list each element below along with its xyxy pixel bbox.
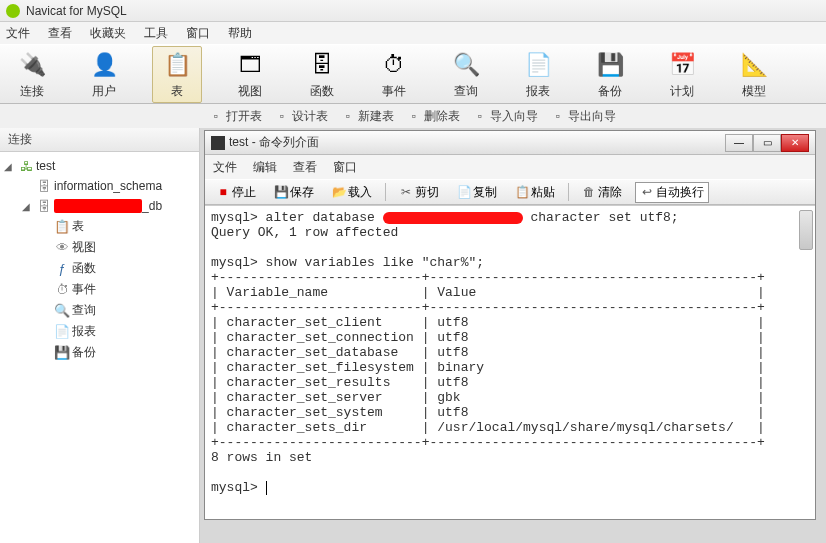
toolbar-label: 连接 [20, 83, 44, 100]
console-toolbar-item[interactable]: 📋粘贴 [510, 182, 560, 203]
toolbar-item[interactable]: 🗄函数 [298, 49, 346, 100]
toolbar-item[interactable]: ⏱事件 [370, 49, 418, 100]
minimize-button[interactable]: — [725, 134, 753, 152]
console-tb-icon: ↩ [640, 185, 654, 199]
用户-icon: 👤 [88, 49, 120, 81]
表-icon: 📋 [161, 49, 193, 81]
tree-icon: 🔍 [54, 303, 70, 319]
toolbar-item[interactable]: 📄报表 [514, 49, 562, 100]
toolbar-item[interactable]: 📅计划 [658, 49, 706, 100]
事件-icon: ⏱ [378, 49, 410, 81]
模型-icon: 📐 [738, 49, 770, 81]
tree-item[interactable]: 👁视图 [0, 237, 199, 258]
tree-icon: 📋 [54, 219, 70, 235]
toolbar-item[interactable]: 🔍查询 [442, 49, 490, 100]
separator [385, 183, 386, 201]
tree-item[interactable]: 📋表 [0, 216, 199, 237]
tree-label: 函数 [72, 260, 96, 277]
toolbar-label: 报表 [526, 83, 550, 100]
tree-item[interactable]: ƒ函数 [0, 258, 199, 279]
menu-item[interactable]: 查看 [48, 25, 72, 42]
tree-label: 表 [72, 218, 84, 235]
maximize-button[interactable]: ▭ [753, 134, 781, 152]
console-menu-item[interactable]: 查看 [293, 159, 317, 176]
toolbar-item[interactable]: 🗔视图 [226, 49, 274, 100]
console-menu-item[interactable]: 文件 [213, 159, 237, 176]
toolbar-label: 模型 [742, 83, 766, 100]
tree-item[interactable]: ⏱事件 [0, 279, 199, 300]
tree-item[interactable]: 💾备份 [0, 342, 199, 363]
menu-item[interactable]: 文件 [6, 25, 30, 42]
console-output[interactable]: mysql> alter database character set utf8… [205, 205, 815, 519]
redacted-text [383, 212, 523, 224]
console-tb-icon: 🗑 [582, 185, 596, 199]
sub-toolbar-label: 新建表 [358, 108, 394, 125]
toolbar-label: 备份 [598, 83, 622, 100]
menu-item[interactable]: 帮助 [228, 25, 252, 42]
sub-toolbar-icon: ▫ [406, 108, 422, 124]
toolbar-item[interactable]: 👤用户 [80, 49, 128, 100]
函数-icon: 🗄 [306, 49, 338, 81]
tree-icon: 👁 [54, 240, 70, 256]
tree-item[interactable]: 🔍查询 [0, 300, 199, 321]
sub-toolbar-item[interactable]: ▫删除表 [406, 108, 460, 125]
console-toolbar-item[interactable]: 💾保存 [269, 182, 319, 203]
console-tb-icon: ■ [216, 185, 230, 199]
toolbar-item[interactable]: 🔌连接 [8, 49, 56, 100]
sub-toolbar-icon: ▫ [550, 108, 566, 124]
sub-toolbar-label: 打开表 [226, 108, 262, 125]
sub-toolbar-item[interactable]: ▫打开表 [208, 108, 262, 125]
console-toolbar-item[interactable]: ✂剪切 [394, 182, 444, 203]
console-toolbar-item[interactable]: 📂载入 [327, 182, 377, 203]
console-tb-label: 自动换行 [656, 184, 704, 201]
toolbar-label: 计划 [670, 83, 694, 100]
tree-item[interactable]: ◢🗄XXXXXXXXXX_db [0, 196, 199, 216]
console-menu-item[interactable]: 编辑 [253, 159, 277, 176]
tree-icon: 🗄 [36, 198, 52, 214]
console-toolbar: ■停止💾保存📂载入✂剪切📄复制📋粘贴🗑清除↩自动换行 [205, 179, 815, 205]
sub-toolbar-item[interactable]: ▫设计表 [274, 108, 328, 125]
console-window: test - 命令列介面 — ▭ ✕ 文件编辑查看窗口 ■停止💾保存📂载入✂剪切… [204, 130, 816, 520]
console-tb-icon: 💾 [274, 185, 288, 199]
right-panel: test - 命令列介面 — ▭ ✕ 文件编辑查看窗口 ■停止💾保存📂载入✂剪切… [200, 128, 826, 543]
tree-connection[interactable]: ◢🖧test [0, 156, 199, 176]
sub-toolbar-item[interactable]: ▫导入向导 [472, 108, 538, 125]
menu-item[interactable]: 收藏夹 [90, 25, 126, 42]
tree-icon: 💾 [54, 345, 70, 361]
toolbar-item[interactable]: 📋表 [152, 46, 202, 103]
查询-icon: 🔍 [450, 49, 482, 81]
close-button[interactable]: ✕ [781, 134, 809, 152]
tree-label: 视图 [72, 239, 96, 256]
tree-label: 查询 [72, 302, 96, 319]
connection-tree[interactable]: ◢🖧test🗄information_schema◢🗄XXXXXXXXXX_db… [0, 152, 199, 543]
toolbar-label: 事件 [382, 83, 406, 100]
sub-toolbar-item[interactable]: ▫新建表 [340, 108, 394, 125]
console-tb-icon: 📋 [515, 185, 529, 199]
toolbar-label: 查询 [454, 83, 478, 100]
menu-item[interactable]: 窗口 [186, 25, 210, 42]
scrollbar-thumb[interactable] [799, 210, 813, 250]
console-menu-item[interactable]: 窗口 [333, 159, 357, 176]
cursor [266, 481, 267, 495]
toolbar-label: 表 [171, 83, 183, 100]
separator [568, 183, 569, 201]
console-titlebar[interactable]: test - 命令列介面 — ▭ ✕ [205, 131, 815, 155]
视图-icon: 🗔 [234, 49, 266, 81]
toolbar-item[interactable]: 📐模型 [730, 49, 778, 100]
console-toolbar-item[interactable]: 🗑清除 [577, 182, 627, 203]
console-toolbar-item[interactable]: 📄复制 [452, 182, 502, 203]
main-toolbar: 🔌连接👤用户📋表🗔视图🗄函数⏱事件🔍查询📄报表💾备份📅计划📐模型 [0, 44, 826, 104]
console-tb-label: 清除 [598, 184, 622, 201]
console-tb-label: 保存 [290, 184, 314, 201]
console-tb-label: 剪切 [415, 184, 439, 201]
app-logo-icon [6, 4, 20, 18]
toolbar-label: 视图 [238, 83, 262, 100]
console-toolbar-item[interactable]: ↩自动换行 [635, 182, 709, 203]
menu-item[interactable]: 工具 [144, 25, 168, 42]
tree-item[interactable]: 📄报表 [0, 321, 199, 342]
toolbar-label: 函数 [310, 83, 334, 100]
console-toolbar-item[interactable]: ■停止 [211, 182, 261, 203]
tree-item[interactable]: 🗄information_schema [0, 176, 199, 196]
toolbar-item[interactable]: 💾备份 [586, 49, 634, 100]
sub-toolbar-item[interactable]: ▫导出向导 [550, 108, 616, 125]
